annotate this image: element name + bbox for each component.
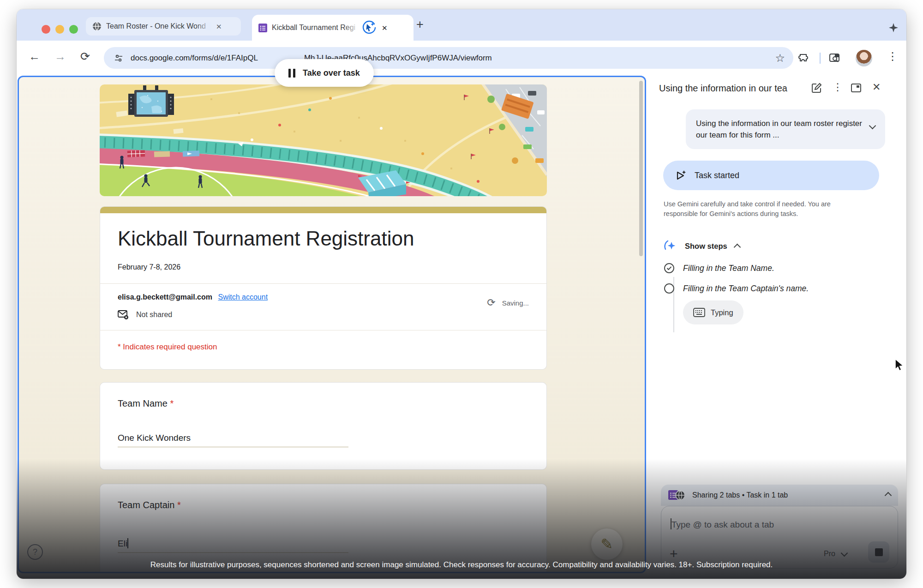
- prompt-text: Using the information in our team roster…: [696, 119, 862, 139]
- keyboard-icon: [693, 308, 705, 317]
- input-underline: [118, 447, 348, 447]
- gemini-composer: Sharing 2 tabs • Task in 1 tab Type @ to…: [661, 485, 898, 569]
- chevron-down-icon: [841, 549, 848, 557]
- required-asterisk: *: [177, 500, 181, 510]
- saving-indicator: ⟳ Saving...: [487, 297, 529, 309]
- back-icon[interactable]: ←: [29, 50, 40, 63]
- take-over-task-button[interactable]: Take over task: [275, 59, 374, 87]
- chevron-up-icon[interactable]: [733, 243, 741, 251]
- tab-close-icon[interactable]: ✕: [216, 23, 222, 30]
- text-caret: [127, 538, 128, 548]
- stop-square-icon: [875, 548, 883, 556]
- chevron-down-icon[interactable]: [869, 122, 876, 130]
- browser-toolbar: ← → ⟳ docs.google.com/forms/d/e/1FAIpQL …: [17, 41, 906, 76]
- help-glyph: ?: [33, 547, 37, 557]
- site-settings-tune-icon[interactable]: [114, 54, 123, 63]
- step-label: Filling in the Team Name.: [683, 264, 774, 273]
- minimize-window-button[interactable]: [55, 25, 64, 34]
- model-selector[interactable]: Pro: [824, 550, 847, 558]
- screenshot-stage: Team Roster - One Kick Wond ✕ Kickball T…: [0, 0, 923, 588]
- shared-tab-icons: [668, 490, 687, 500]
- team-captain-input-value[interactable]: Eli: [118, 539, 127, 548]
- model-label: Pro: [824, 550, 835, 558]
- tab-title: Kickball Tournament Regi: [272, 24, 360, 32]
- required-note: * Indicates required question: [100, 330, 546, 352]
- edit-form-fab[interactable]: ✎: [591, 528, 623, 560]
- check-circle-icon: [664, 263, 675, 274]
- add-attachment-plus-icon[interactable]: +: [670, 547, 678, 561]
- maximize-window-button[interactable]: [69, 25, 78, 34]
- google-forms-icon: [258, 24, 267, 32]
- extensions-puzzle-icon[interactable]: [798, 52, 810, 64]
- sharing-label: Sharing 2 tabs • Task in 1 tab: [692, 491, 886, 499]
- tab-close-icon[interactable]: ✕: [382, 24, 388, 31]
- input-underline: [118, 552, 348, 553]
- chevron-up-icon[interactable]: [885, 492, 892, 499]
- caution-text: Use Gemini carefully and take control if…: [664, 199, 857, 219]
- panel-close-icon[interactable]: ✕: [872, 81, 881, 93]
- team-name-input-value[interactable]: One Kick Wonders: [118, 433, 191, 443]
- reload-icon[interactable]: ⟳: [80, 50, 90, 63]
- form-title: Kickball Tournament Registration: [118, 227, 529, 250]
- task-started-status: Task started: [663, 161, 879, 190]
- tab-search-icon[interactable]: [829, 52, 841, 64]
- take-over-task-label: Take over task: [303, 68, 360, 78]
- globe-icon: [675, 490, 685, 500]
- field-label: Team Captain: [118, 500, 174, 510]
- mouse-cursor: [893, 358, 905, 372]
- menu-kebab-icon[interactable]: ⋮: [887, 50, 898, 63]
- profile-avatar[interactable]: [856, 50, 872, 66]
- input-placeholder: Type @ to ask about a tab: [671, 520, 774, 529]
- stop-button[interactable]: [868, 541, 889, 563]
- tab-strip: Team Roster - One Kick Wond ✕ Kickball T…: [17, 9, 906, 41]
- show-steps-label: Show steps: [685, 242, 727, 251]
- sharing-status-bar[interactable]: Sharing 2 tabs • Task in 1 tab: [661, 485, 898, 506]
- browser-window: Team Roster - One Kick Wond ✕ Kickball T…: [17, 9, 906, 579]
- switch-account-link[interactable]: Switch account: [218, 293, 268, 301]
- question-card-team-name: Team Name * One Kick Wonders: [100, 382, 547, 470]
- address-bar[interactable]: docs.google.com/forms/d/e/1FAIpQL MhJ-Ue…: [104, 47, 793, 69]
- open-in-window-icon[interactable]: [850, 82, 862, 94]
- tab-kickball-form[interactable]: Kickball Tournament Regi ✕: [252, 15, 414, 41]
- typing-label: Typing: [711, 308, 733, 317]
- panel-title: Using the information in our tea: [659, 83, 802, 94]
- sync-icon: ⟳: [487, 297, 495, 309]
- gemini-steps-sparkle-icon: [664, 239, 677, 253]
- form-title-card: Kickball Tournament Registration Februar…: [100, 206, 547, 370]
- form-date: February 7-8, 2026: [118, 263, 529, 271]
- saving-label: Saving...: [502, 299, 529, 307]
- new-chat-edit-icon[interactable]: [810, 82, 822, 94]
- gemini-sparkle-icon[interactable]: [888, 22, 899, 33]
- form-theme-bar: [100, 207, 546, 213]
- show-steps-toggle[interactable]: Show steps: [664, 239, 740, 253]
- pause-icon: [288, 69, 295, 78]
- not-shared-envelope-icon: [118, 310, 129, 320]
- chat-input[interactable]: Type @ to ask about a tab + Pro: [661, 506, 898, 569]
- user-prompt-bubble[interactable]: Using the information in our team roster…: [686, 109, 885, 149]
- field-label: Team Name: [118, 398, 168, 408]
- pending-circle-icon: [664, 283, 675, 294]
- tab-team-roster[interactable]: Team Roster - One Kick Wond ✕: [86, 17, 241, 36]
- question-card-team-captain: Team Captain * Eli: [100, 484, 547, 573]
- webpage-viewport: Kickball Tournament Registration Februar…: [18, 76, 646, 573]
- tab-title: Team Roster - One Kick Wond: [106, 22, 211, 30]
- play-sparkle-icon: [674, 169, 687, 182]
- forward-icon[interactable]: →: [54, 50, 66, 63]
- step-item-done: Filling in the Team Name.: [664, 263, 774, 274]
- task-started-label: Task started: [695, 171, 739, 180]
- account-email: elisa.g.beckett@gmail.com: [118, 293, 212, 301]
- not-shared-label: Not shared: [136, 311, 172, 319]
- close-window-button[interactable]: [42, 25, 50, 34]
- bookmark-star-icon[interactable]: ☆: [775, 52, 785, 65]
- panel-menu-kebab-icon[interactable]: ⋮: [833, 81, 843, 93]
- new-tab-button[interactable]: +: [416, 18, 424, 32]
- globe-icon: [92, 22, 102, 31]
- title-fade: [785, 82, 805, 94]
- step-item-active: Filling in the Team Captain's name.: [664, 283, 809, 294]
- pencil-icon: ✎: [601, 535, 613, 553]
- help-button[interactable]: ?: [27, 544, 43, 560]
- typing-action-chip: Typing: [683, 300, 743, 324]
- url-text-left: docs.google.com/forms/d/e/1FAIpQL: [131, 54, 258, 63]
- page-scrollbar-thumb[interactable]: [639, 81, 643, 256]
- step-label: Filling in the Team Captain's name.: [683, 284, 809, 294]
